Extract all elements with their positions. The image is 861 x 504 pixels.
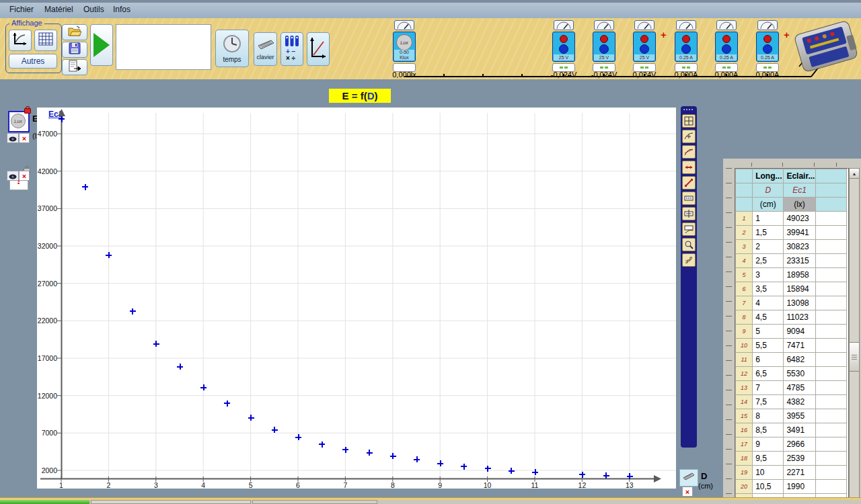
row-number[interactable]: 7 <box>736 296 753 310</box>
run-acquisition-button[interactable] <box>90 24 113 66</box>
cell-empty[interactable] <box>815 212 846 226</box>
cell-ec1[interactable]: 6482 <box>784 353 815 367</box>
meter-gauge-icon[interactable] <box>716 20 737 30</box>
row-number[interactable]: 15 <box>736 409 753 423</box>
cell-empty[interactable] <box>815 310 846 325</box>
sensor-body[interactable]: 0.25 A <box>675 32 698 62</box>
cell-d[interactable]: 2,5 <box>753 254 784 268</box>
cell-d[interactable]: 10,5 <box>753 480 784 494</box>
row-number[interactable]: 13 <box>736 381 753 395</box>
menu-item-materiel[interactable]: Matériel <box>44 5 73 14</box>
time-source-button[interactable]: temps <box>215 30 249 67</box>
x-variable-chip[interactable] <box>679 469 698 487</box>
curve-cursor-button[interactable] <box>682 130 696 143</box>
sensor-body[interactable]: 25 V <box>552 32 575 62</box>
cell-d[interactable]: 5 <box>753 325 784 339</box>
meter-gauge-icon[interactable] <box>757 20 778 30</box>
row-number[interactable]: 1 <box>736 212 753 226</box>
menu-item-outils[interactable]: Outils <box>83 5 104 14</box>
cell-empty[interactable] <box>815 437 846 452</box>
tool-strip-grip[interactable] <box>683 109 694 110</box>
sensor-body[interactable]: 25 V <box>593 32 615 62</box>
cell-d[interactable]: 1 <box>753 212 784 226</box>
column-header[interactable]: Eclair... <box>784 169 815 183</box>
x-variable-delete-button[interactable]: × <box>682 487 693 497</box>
cell-empty[interactable] <box>815 480 846 494</box>
sensor-module[interactable]: 25 V-0,024V <box>552 20 575 72</box>
variable-header[interactable] <box>815 183 846 198</box>
sensor-module[interactable]: 0.25 A0,000A <box>675 20 698 72</box>
corner-cell[interactable] <box>736 169 753 183</box>
cell-ec1[interactable]: 13098 <box>784 296 815 310</box>
cell-empty[interactable] <box>815 282 846 296</box>
meter-gauge-icon[interactable] <box>394 20 414 30</box>
cell-ec1[interactable]: 4785 <box>784 381 815 395</box>
cell-d[interactable]: 5,5 <box>753 339 784 353</box>
cell-d[interactable]: 2 <box>753 240 784 254</box>
row-number[interactable]: 17 <box>736 437 753 452</box>
column-header[interactable] <box>815 169 846 183</box>
table-vscrollbar[interactable]: ▲ ▼ <box>849 168 860 504</box>
row-number[interactable]: 6 <box>736 282 753 296</box>
meter-gauge-icon[interactable] <box>676 20 696 30</box>
row-number[interactable]: 4 <box>736 254 753 268</box>
cell-empty[interactable] <box>815 339 846 353</box>
scroll-up-button[interactable]: ▲ <box>849 168 860 179</box>
cell-d[interactable]: 7,5 <box>753 395 784 409</box>
row-number[interactable]: 11 <box>736 353 753 367</box>
cell-empty[interactable] <box>815 423 846 437</box>
row-number[interactable]: 10 <box>736 339 753 353</box>
cell-ec1[interactable]: 7471 <box>784 339 815 353</box>
graph-view-button[interactable] <box>9 30 32 51</box>
corner-cell[interactable] <box>736 183 753 198</box>
curve-delete-button[interactable]: × <box>19 133 30 143</box>
meter-gauge-icon[interactable] <box>634 20 654 30</box>
unit-header[interactable]: (lx) <box>784 198 815 212</box>
slot-delete-button[interactable]: × <box>19 171 30 181</box>
cell-ec1[interactable]: 39941 <box>784 226 815 240</box>
sensor-module[interactable]: 0.25 A0,000A <box>715 20 738 72</box>
cell-d[interactable]: 4 <box>753 296 784 310</box>
cell-ec1[interactable]: 4382 <box>784 395 815 409</box>
export-button[interactable] <box>62 59 87 75</box>
value-readout-button[interactable] <box>682 192 696 205</box>
cell-empty[interactable] <box>815 296 846 310</box>
new-graph-button[interactable] <box>307 32 330 66</box>
cell-empty[interactable] <box>815 226 846 240</box>
meter-gauge-icon[interactable] <box>554 20 574 30</box>
tangent-button[interactable] <box>682 145 696 159</box>
readout-curve-button[interactable] <box>682 222 696 236</box>
cell-d[interactable]: 7 <box>753 381 784 395</box>
variable-header[interactable]: Ec1 <box>784 183 815 198</box>
cell-empty[interactable] <box>815 367 846 381</box>
open-button[interactable] <box>62 24 87 40</box>
cell-ec1[interactable]: 9094 <box>784 325 815 339</box>
window-grid-button[interactable] <box>682 114 696 128</box>
row-number[interactable]: 16 <box>736 423 753 437</box>
row-number[interactable]: 20 <box>736 480 753 494</box>
cell-d[interactable]: 8,5 <box>753 423 784 437</box>
lux-sensor-body[interactable]: Lux 0-50Klux <box>393 32 416 62</box>
cell-ec1[interactable]: 1990 <box>784 480 815 494</box>
cell-empty[interactable] <box>815 381 846 395</box>
row-number[interactable]: 9 <box>736 325 753 339</box>
taskbar-button[interactable] <box>91 500 251 504</box>
cell-empty[interactable] <box>815 466 846 480</box>
cell-d[interactable]: 10 <box>753 466 784 480</box>
row-number[interactable]: 3 <box>736 240 753 254</box>
cell-d[interactable]: 9,5 <box>753 452 784 466</box>
autres-button[interactable]: Autres <box>9 54 57 69</box>
slot-visibility-toggle[interactable] <box>7 171 19 181</box>
cell-empty[interactable] <box>815 254 846 268</box>
cell-ec1[interactable]: 11023 <box>784 310 815 325</box>
cell-ec1[interactable]: 15894 <box>784 282 815 296</box>
menu-item-fichier[interactable]: Fichier <box>9 5 34 14</box>
taskbar-start-segment[interactable] <box>0 500 89 504</box>
cell-d[interactable]: 6,5 <box>753 367 784 381</box>
plot-area[interactable]: Ec1 200070001200017000220002700032000370… <box>37 108 676 489</box>
row-number[interactable]: 5 <box>736 268 753 282</box>
sensor-module[interactable]: 0.25 A0,000A <box>756 20 779 72</box>
lux-sensor-module[interactable]: Lux 0-50Klux 0,000lx <box>393 20 416 72</box>
cell-empty[interactable] <box>815 353 846 367</box>
magnifier-button[interactable] <box>682 238 696 251</box>
